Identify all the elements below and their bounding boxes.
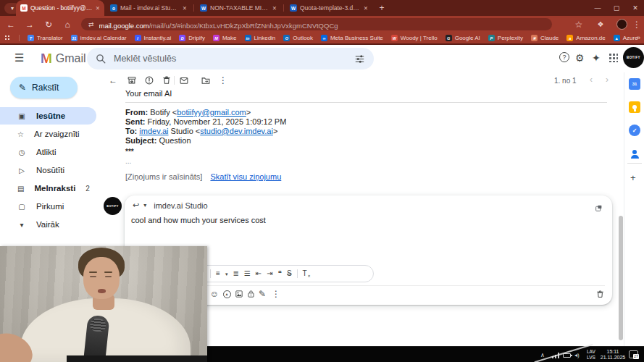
settings-button[interactable]: ⚙ — [575, 52, 585, 64]
get-addons-button[interactable]: + — [630, 172, 636, 183]
more-options-button[interactable]: ⋮ — [270, 288, 282, 300]
tab-word-nontaxable[interactable]: W NON-TAXABLE MINIMUM.docx ✕ — [196, 0, 281, 16]
numbered-list-button[interactable]: ≣ — [233, 270, 238, 277]
back-to-inbox-button[interactable]: ← — [106, 74, 120, 87]
close-icon[interactable]: ✕ — [183, 5, 187, 12]
sidebar-item-purchases[interactable]: ▢ Pirkumi — [0, 198, 96, 215]
bookmark-trello[interactable]: WWoody | Trello — [391, 35, 438, 41]
language-indicator[interactable]: LAV LVS — [587, 349, 595, 361]
reload-button[interactable]: ↻ — [41, 16, 57, 33]
reply-body-text[interactable]: cool and how much your services cost — [131, 216, 266, 224]
sidebar-item-snoozed[interactable]: ◷ Atlikti — [0, 143, 96, 161]
insert-photo-button[interactable] — [233, 288, 245, 300]
extensions-button[interactable]: ❖ — [593, 16, 609, 33]
bookmark-dripify[interactable]: DDripify — [179, 35, 205, 41]
search-input[interactable]: Meklēt vēstulēs — [87, 48, 374, 70]
bookmark-perplexity[interactable]: PPerplexity — [488, 35, 523, 41]
more-actions-button[interactable]: ⋮ — [216, 74, 230, 87]
close-icon[interactable]: ✕ — [272, 5, 277, 12]
move-to-button[interactable] — [198, 74, 213, 87]
indent-more-button[interactable]: ⇥ — [267, 270, 272, 277]
bulleted-list-button[interactable]: ☰ — [244, 270, 251, 277]
view-entire-message-link[interactable]: Skatīt visu ziņojumu — [210, 172, 281, 181]
bookmark-translator[interactable]: TTranslator — [28, 35, 63, 41]
battery-icon[interactable] — [563, 353, 571, 358]
sidebar-item-inbox[interactable]: ▣ Iesūtne — [0, 107, 96, 125]
volume-icon[interactable]: ◂) — [574, 352, 580, 358]
account-avatar[interactable]: BOTIFY — [623, 47, 644, 68]
insert-signature-button[interactable]: ✎ — [256, 288, 268, 300]
archive-button[interactable] — [125, 74, 139, 87]
google-apps-button[interactable] — [609, 53, 618, 62]
from-email-link[interactable]: botiifyy@gmail.com — [177, 108, 246, 117]
mark-unread-button[interactable] — [177, 74, 191, 87]
apps-grid-icon[interactable] — [4, 35, 11, 41]
to-domain-link[interactable]: imdev.ai — [139, 127, 168, 135]
remove-formatting-button[interactable]: T — [303, 270, 307, 277]
window-close-button[interactable]: ✕ — [626, 0, 644, 16]
browser-menu-button[interactable]: ⋮ — [629, 16, 644, 33]
contacts-icon[interactable] — [629, 146, 640, 158]
confidential-mode-button[interactable] — [245, 288, 256, 300]
window-minimize-button[interactable]: — — [588, 0, 607, 16]
close-icon[interactable]: ✕ — [364, 5, 368, 12]
search-filter-icon[interactable] — [354, 54, 365, 64]
bookmark-instantly[interactable]: IInstantly.ai — [135, 35, 172, 41]
bookmark-google-ai[interactable]: GGoogle AI — [446, 35, 480, 41]
popout-compose-button[interactable] — [595, 202, 603, 215]
scrollbar[interactable] — [619, 216, 623, 340]
help-button[interactable]: ? — [559, 52, 569, 62]
tab-title: NON-TAXABLE MINIMUM.docx — [210, 4, 269, 12]
align-button[interactable]: ≡ — [216, 270, 220, 277]
delete-button[interactable] — [159, 74, 174, 87]
tasks-icon[interactable]: ✓ — [629, 125, 640, 136]
tab-gmail-question[interactable]: M Question - botiifyy@gmail.com ✕ — [16, 0, 104, 16]
insert-emoji-button[interactable]: ☺ — [209, 288, 220, 300]
clock[interactable]: 15:11 21.11.2025 — [600, 349, 626, 361]
bookmark-azure[interactable]: ▲Azure — [614, 35, 638, 41]
address-bar[interactable]: ⇄ mail.google.com/mail/u/3/#inbox/KtbxLv… — [81, 18, 552, 30]
back-button[interactable]: ← — [3, 16, 19, 33]
discard-draft-button[interactable] — [594, 288, 606, 300]
reply-type-dropdown[interactable]: ▾ — [143, 202, 146, 209]
sidebar-item-more[interactable]: ▾ Vairāk — [0, 216, 96, 233]
sidebar-item-drafts[interactable]: ▤ Melnraksti 2 — [0, 180, 96, 197]
bookmark-amazon[interactable]: aAmazon.de — [566, 35, 605, 41]
notifications-button[interactable]: 27 — [629, 350, 638, 358]
report-spam-button[interactable] — [142, 74, 156, 87]
bookmark-meta-business[interactable]: ∞Meta Business Suite — [321, 35, 383, 41]
window-maximize-button[interactable]: ▢ — [607, 0, 626, 16]
image-icon — [235, 290, 243, 298]
bookmark-imdev-calendar[interactable]: 31imdev.ai Calendar — [71, 35, 127, 41]
sidebar-item-sent[interactable]: ▷ Nosūtīti — [0, 161, 96, 179]
newer-button[interactable]: ‹ — [590, 75, 593, 85]
site-info-icon[interactable]: ⇄ — [88, 21, 94, 28]
tab-word-quota[interactable]: W Quota-template-3.docx ✕ — [285, 0, 372, 16]
forward-button[interactable]: → — [22, 16, 38, 33]
hamburger-menu-icon[interactable]: ☰ — [14, 51, 24, 64]
bookmarks-overflow-button[interactable]: » — [637, 34, 640, 41]
tab-outlook[interactable]: o Mail - imdev.ai Studio - Outloo ✕ — [106, 0, 191, 16]
bookmark-linkedin[interactable]: inLinkedin — [245, 35, 276, 41]
strikethrough-button[interactable]: S — [287, 270, 292, 277]
pencil-icon: ✎ — [19, 83, 26, 93]
browser-profile-avatar[interactable] — [616, 19, 627, 30]
new-tab-button[interactable]: + — [375, 2, 388, 14]
compose-button[interactable]: ✎ Rakstīt — [10, 77, 78, 98]
older-button[interactable]: › — [606, 75, 609, 85]
quote-button[interactable]: ❝ — [278, 270, 282, 277]
bookmark-star-button[interactable]: ☆ — [571, 16, 587, 33]
reply-recipient-row[interactable]: ↩ ▾ imdev.ai Studio — [133, 201, 208, 210]
sidebar-item-starred[interactable]: ☆ Ar zvaigznīti — [0, 125, 96, 143]
to-email-link[interactable]: studio@dev.imdev.ai — [200, 127, 273, 135]
gemini-button[interactable]: ✦ — [592, 52, 601, 64]
indent-less-button[interactable]: ⇤ — [256, 270, 262, 277]
home-button[interactable]: ⌂ — [59, 16, 75, 33]
bookmark-claude[interactable]: ✳Claude — [531, 35, 559, 41]
insert-drive-button[interactable]: ▲ — [221, 288, 233, 300]
bookmark-make[interactable]: MMake — [213, 35, 237, 41]
close-icon[interactable]: ✕ — [96, 5, 100, 12]
keep-icon[interactable] — [629, 101, 640, 113]
bookmark-outlook[interactable]: OOutlook — [283, 35, 313, 41]
calendar-icon[interactable]: 31 — [629, 78, 640, 90]
